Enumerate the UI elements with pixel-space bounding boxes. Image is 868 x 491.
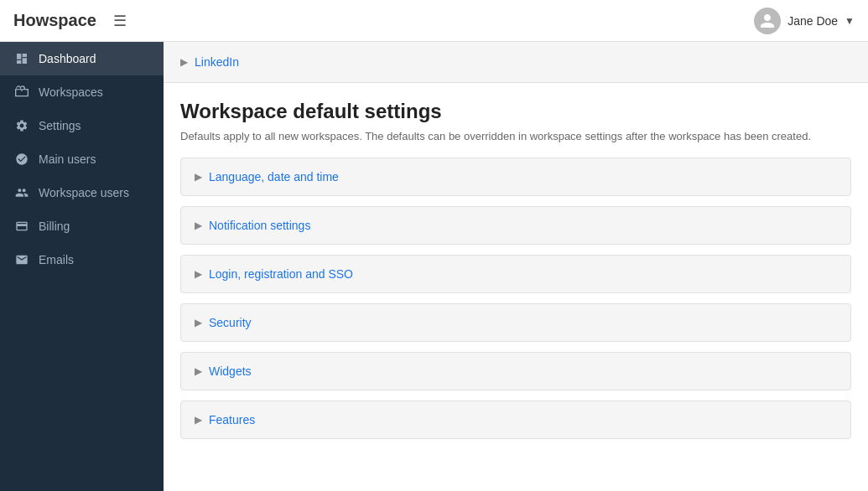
sidebar-item-dashboard-label: Dashboard — [39, 52, 96, 65]
sidebar-item-emails-label: Emails — [39, 253, 74, 266]
accordion-item-label: Notification settings — [209, 219, 310, 232]
accordion-item-label: Login, registration and SSO — [209, 267, 353, 281]
user-name: Jane Doe — [787, 14, 838, 28]
accordion-item-login[interactable]: ▶ Login, registration and SSO — [180, 255, 851, 293]
main-users-icon — [13, 152, 30, 166]
accordion-chevron-icon: ▶ — [195, 414, 202, 426]
workspace-users-icon — [13, 186, 30, 199]
sidebar-item-billing[interactable]: Billing — [0, 209, 164, 243]
header-right: Jane Doe ▼ — [754, 8, 855, 34]
section-title: Workspace default settings — [180, 100, 851, 123]
section-description: Defaults apply to all new workspaces. Th… — [180, 130, 851, 142]
sidebar-item-dashboard[interactable]: Dashboard — [0, 42, 164, 75]
section-heading: Workspace default settings Defaults appl… — [164, 83, 868, 149]
logo: Howspace — [13, 11, 96, 30]
header-left: Howspace ☰ — [13, 11, 127, 30]
accordion-item-language[interactable]: ▶ Language, date and time — [180, 158, 851, 196]
sidebar-item-workspaces[interactable]: Workspaces — [0, 75, 164, 109]
accordion-item-notification[interactable]: ▶ Notification settings — [180, 206, 851, 245]
accordion-item-label: Features — [209, 413, 255, 426]
sidebar: Dashboard Workspaces Settings Main users — [0, 42, 164, 491]
linkedin-link[interactable]: LinkedIn — [195, 55, 239, 69]
sidebar-item-workspace-users-label: Workspace users — [39, 186, 129, 199]
sidebar-item-settings[interactable]: Settings — [0, 109, 164, 142]
accordion-item-widgets[interactable]: ▶ Widgets — [180, 352, 851, 390]
accordion-item-label: Widgets — [209, 364, 252, 378]
settings-icon — [13, 119, 30, 132]
accordion-list: ▶ Language, date and time ▶ Notification… — [164, 149, 868, 447]
sidebar-item-main-users-label: Main users — [39, 152, 96, 166]
accordion-chevron-icon: ▶ — [195, 365, 202, 377]
accordion-chevron-icon: ▶ — [195, 268, 202, 280]
accordion-item-label: Security — [209, 316, 252, 329]
header: Howspace ☰ Jane Doe ▼ — [0, 0, 868, 42]
accordion-chevron-icon: ▶ — [195, 220, 202, 231]
hamburger-menu[interactable]: ☰ — [113, 12, 127, 30]
linkedin-row[interactable]: ▶ LinkedIn — [164, 42, 868, 83]
accordion-item-security[interactable]: ▶ Security — [180, 303, 851, 342]
accordion-chevron-icon: ▶ — [195, 317, 202, 328]
billing-icon — [13, 220, 30, 233]
sidebar-item-workspaces-label: Workspaces — [39, 85, 103, 99]
linkedin-chevron-icon: ▶ — [180, 56, 188, 68]
sidebar-item-workspace-users[interactable]: Workspace users — [0, 176, 164, 209]
avatar — [754, 8, 781, 34]
user-dropdown-arrow[interactable]: ▼ — [845, 15, 855, 27]
main-content: ▶ LinkedIn Workspace default settings De… — [164, 42, 868, 491]
sidebar-item-billing-label: Billing — [39, 220, 70, 233]
sidebar-item-settings-label: Settings — [39, 119, 81, 132]
accordion-chevron-icon: ▶ — [195, 171, 202, 183]
accordion-item-label: Language, date and time — [209, 170, 339, 183]
sidebar-item-main-users[interactable]: Main users — [0, 142, 164, 176]
accordion-item-features[interactable]: ▶ Features — [180, 401, 851, 439]
dashboard-icon — [13, 52, 30, 65]
sidebar-item-emails[interactable]: Emails — [0, 243, 164, 277]
layout: Dashboard Workspaces Settings Main users — [0, 42, 868, 491]
emails-icon — [13, 253, 30, 266]
workspaces-icon — [13, 85, 30, 99]
